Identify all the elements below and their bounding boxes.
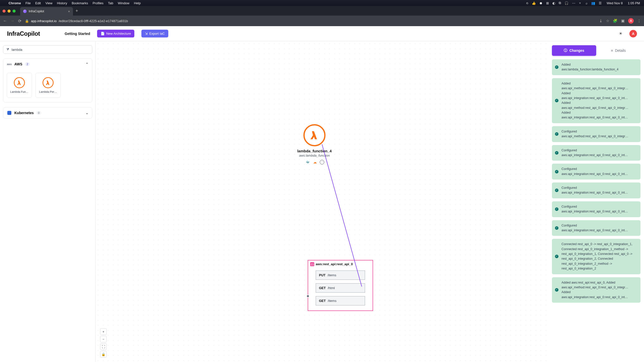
- aws-logo-icon: aws: [7, 62, 12, 66]
- change-card[interactable]: ✓Configuredaws:api_method:rest_api_0:res…: [552, 126, 640, 142]
- window-close-button[interactable]: [3, 10, 6, 13]
- chrome-toolbar: ← → ⟳ 🔒 app.infracopilot.io/editor/28ced…: [0, 16, 644, 26]
- menubar-search-icon[interactable]: ⌕: [586, 1, 588, 5]
- menubar-history[interactable]: History: [57, 1, 67, 5]
- aws-cloud-icon[interactable]: ☁: [312, 160, 318, 164]
- install-app-icon[interactable]: ⤓: [599, 19, 602, 23]
- bookmark-star-icon[interactable]: ☆: [606, 19, 609, 23]
- change-line: aws:api_integration:rest_api_0:rest_api_…: [561, 190, 637, 195]
- extensions-icon[interactable]: 🧩: [613, 19, 618, 23]
- category-aws: aws AWS 2 ⌃ Lambda Fun… Lambda Per…: [3, 58, 92, 103]
- menubar-window[interactable]: Window: [118, 1, 129, 5]
- api-route[interactable]: PUT/items: [316, 270, 365, 280]
- menubar-bookmarks[interactable]: Bookmarks: [72, 1, 88, 5]
- menubar-status-icon[interactable]: ◐: [552, 1, 555, 5]
- chrome-tab-strip: InfraCopilot × +: [0, 6, 644, 16]
- chrome-menu-icon[interactable]: ⋮: [637, 19, 641, 23]
- architecture-canvas[interactable]: lambda_function_4 aws:lambda_function 🐳 …: [96, 41, 548, 362]
- node-lambda-function[interactable]: lambda_function_4 aws:lambda_function 🐳 …: [292, 124, 337, 164]
- change-line: Added: [561, 101, 637, 105]
- menubar-control-center-icon[interactable]: ☰: [599, 1, 602, 5]
- node-connection-handle[interactable]: [306, 295, 309, 298]
- change-line: Configured: [561, 186, 637, 190]
- getting-started-link[interactable]: Getting Started: [65, 32, 90, 36]
- change-line: Configured: [561, 223, 637, 228]
- browser-reload-button[interactable]: ⟳: [18, 19, 21, 23]
- user-avatar[interactable]: A: [629, 30, 637, 37]
- menubar-clock-time[interactable]: 1:05 PM: [628, 1, 640, 5]
- check-icon: ✓: [555, 65, 558, 69]
- browser-back-button[interactable]: ←: [3, 19, 7, 23]
- change-card[interactable]: ✓Configuredaws:api_integration:rest_api_…: [552, 220, 640, 236]
- window-zoom-button[interactable]: [13, 10, 16, 13]
- menubar-status-icon[interactable]: ⏺: [539, 1, 543, 5]
- change-card[interactable]: ✓Configuredaws:api_integration:rest_api_…: [552, 145, 640, 161]
- change-card[interactable]: ✓Connected rest_api_0 -> rest_api_0_inte…: [552, 239, 640, 274]
- change-line: aws:api_method:rest_api_0:rest_api_0_int…: [561, 134, 637, 139]
- browser-tab[interactable]: InfraCopilot ×: [20, 7, 73, 16]
- menubar-status-icon[interactable]: ⧉: [559, 1, 561, 5]
- menubar-status-icon[interactable]: ⋯: [572, 1, 575, 5]
- export-iac-button[interactable]: ⇲ Export IaC: [141, 30, 168, 37]
- category-kubernetes-header[interactable]: Kubernetes 0 ⌄: [3, 107, 92, 118]
- menubar-status-icon[interactable]: 👍: [532, 1, 536, 5]
- menubar-clock-date[interactable]: Wed Nov 8: [607, 1, 623, 5]
- api-route[interactable]: GET/html: [316, 283, 365, 293]
- change-card[interactable]: ✓Configuredaws:api_integration:rest_api_…: [552, 183, 640, 198]
- change-card[interactable]: ✓Added aws:rest_api:rest_api_0, Addedaws…: [552, 277, 640, 303]
- node-rest-api[interactable]: {·} aws:rest_api:rest_api_0 PUT/itemsGET…: [308, 260, 373, 311]
- zoom-out-button[interactable]: −: [100, 336, 107, 342]
- change-card[interactable]: ✓Addedaws:lambda_function:lambda_functio…: [552, 59, 640, 75]
- resource-search-input[interactable]: [12, 48, 89, 52]
- tab-close-icon[interactable]: ×: [68, 10, 70, 13]
- new-architecture-label: New Architecture: [106, 32, 131, 35]
- new-architecture-button[interactable]: 📄 New Architecture: [97, 30, 134, 37]
- window-minimize-button[interactable]: [8, 10, 11, 13]
- check-icon: ✓: [555, 170, 558, 173]
- lambda-function-icon: [14, 77, 25, 88]
- menubar-profiles[interactable]: Profiles: [93, 1, 103, 5]
- change-line: aws:api_integration:rest_api_0:rest_api_…: [561, 228, 637, 233]
- menubar-status-icon[interactable]: ⎋: [526, 1, 528, 5]
- browser-forward-button[interactable]: →: [11, 19, 15, 23]
- right-panel: ⓘ Changes ≡ Details ✓Addedaws:lambda_fun…: [548, 41, 644, 362]
- docker-icon[interactable]: 🐳: [305, 160, 310, 164]
- more-menu-icon[interactable]: ⋯: [320, 160, 324, 164]
- api-route[interactable]: GET/items: [316, 296, 365, 305]
- tab-details[interactable]: ≡ Details: [596, 45, 640, 56]
- lock-view-button[interactable]: 🔒: [100, 351, 107, 357]
- resource-sidebar: ⧩ aws AWS 2 ⌃ Lambda Fun…: [0, 41, 96, 362]
- change-card[interactable]: ✓Configuredaws:api_integration:rest_api_…: [552, 164, 640, 179]
- menubar-status-icon[interactable]: 🎧: [565, 1, 569, 5]
- menubar-user-icon[interactable]: 👥: [591, 1, 595, 5]
- menubar-view[interactable]: View: [45, 1, 52, 5]
- filter-icon: ⧩: [6, 48, 9, 52]
- side-panel-icon[interactable]: ▣: [621, 19, 625, 23]
- menubar-help[interactable]: Help: [134, 1, 141, 5]
- theme-toggle-icon[interactable]: ☀: [619, 31, 622, 36]
- check-icon: ✓: [555, 288, 558, 292]
- change-line: Added: [561, 290, 637, 295]
- zoom-in-button[interactable]: +: [100, 328, 107, 335]
- category-aws-header[interactable]: aws AWS 2 ⌃: [3, 59, 92, 70]
- change-card[interactable]: ✓Configuredaws:api_integration:rest_api_…: [552, 201, 640, 217]
- chrome-profile-avatar[interactable]: A: [628, 18, 634, 24]
- menubar-file[interactable]: File: [25, 1, 31, 5]
- menubar-status-icon[interactable]: ⊞: [546, 1, 549, 5]
- menubar-wifi-icon[interactable]: ᯤ: [579, 1, 582, 5]
- menubar-tab[interactable]: Tab: [108, 1, 113, 5]
- resource-card-lambda-function[interactable]: Lambda Fun…: [7, 73, 32, 98]
- address-bar[interactable]: 🔒 app.infracopilot.io/editor/28cedac8-0f…: [25, 19, 128, 23]
- change-card[interactable]: ✓Addedaws:api_method:rest_api_0:rest_api…: [552, 78, 640, 123]
- export-icon: ⇲: [145, 32, 148, 35]
- route-method: GET: [319, 299, 326, 303]
- fit-view-button[interactable]: ⛶: [100, 343, 107, 350]
- resource-card-lambda-permission[interactable]: Lambda Per…: [35, 73, 61, 98]
- tab-changes[interactable]: ⓘ Changes: [552, 45, 596, 56]
- new-tab-button[interactable]: +: [75, 8, 78, 14]
- menubar-edit[interactable]: Edit: [35, 1, 41, 5]
- resource-search[interactable]: ⧩: [3, 45, 92, 54]
- category-kubernetes-count: 0: [36, 111, 41, 115]
- menubar-app-name[interactable]: Chrome: [9, 1, 21, 5]
- brand-logo[interactable]: InfraCopilot: [7, 30, 40, 37]
